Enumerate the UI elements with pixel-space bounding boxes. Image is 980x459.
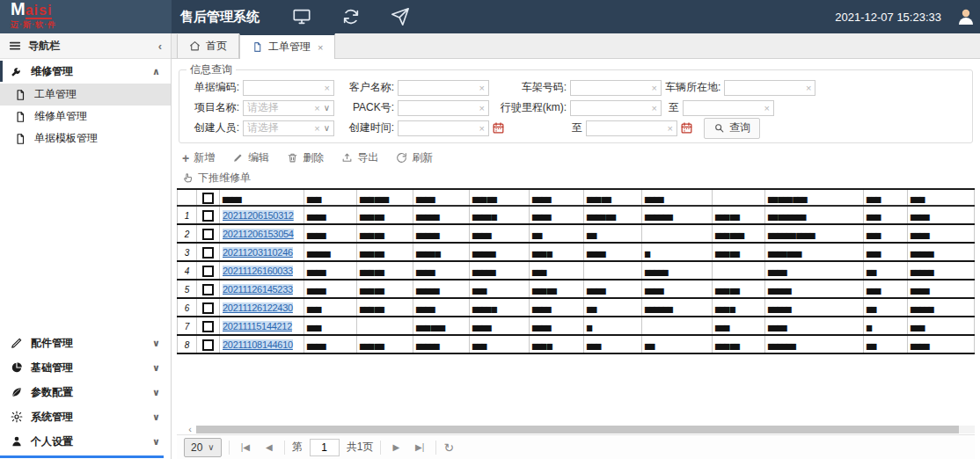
vehicle-location-input[interactable]: × [724, 80, 815, 96]
close-icon[interactable]: × [318, 42, 323, 53]
order-link[interactable]: 20211126145233 [223, 284, 293, 295]
collapse-sidebar-icon[interactable]: ‹ [158, 40, 162, 53]
sidebar-item-work-order-management[interactable]: 工单管理 [0, 84, 171, 106]
mileage-to-input[interactable]: × [683, 100, 774, 116]
user-avatar-icon[interactable] [955, 6, 976, 27]
sidebar-group-system-management[interactable]: 系统管理∨ [0, 404, 171, 429]
create-time-from-input[interactable]: × [398, 120, 489, 136]
delete-button[interactable]: 删除 [287, 150, 324, 165]
clear-icon[interactable]: × [325, 83, 330, 93]
creator-input[interactable]: 请选择×∨ [243, 120, 334, 136]
order-code-input[interactable]: × [243, 80, 334, 96]
table-cell: ▆▆▆▆▆ [470, 261, 530, 280]
scrollbar-track[interactable] [196, 426, 975, 434]
row-checkbox[interactable] [202, 229, 214, 240]
table-row[interactable]: 120211206150312▆▆▆▆▆▆▆ ▆▆▆▆▆▆▆▆▆▆▆ ▆▆▆▆▆… [178, 206, 975, 224]
row-checkbox[interactable] [202, 210, 214, 222]
project-name-field: 项目名称:请选择×∨ [186, 100, 334, 116]
last-page-button[interactable]: ▶| [411, 442, 428, 452]
table-row[interactable]: 720211115144212▆▆▆▆▆▆ ▆▆▆▆▆▆▆▆▆▆▆▆▆▆▆▆▆▆… [178, 317, 975, 335]
redacted-text: ▆▆ ▆▆▆▆▆▆ [768, 213, 805, 221]
pack-no-input[interactable]: × [398, 100, 489, 116]
edit-button[interactable]: 编辑 [232, 150, 269, 165]
table-cell: ▆▆▆ [304, 317, 357, 335]
order-link[interactable]: 20211108144610 [223, 339, 293, 350]
sidebar-header: 导航栏 ‹ [0, 33, 171, 59]
row-checkbox[interactable] [202, 247, 214, 259]
chevron-down-icon[interactable]: ∨ [324, 123, 330, 133]
sidebar-item-document-template-management[interactable]: 单据模板管理 [0, 128, 171, 149]
tab-home[interactable]: 首页 [177, 34, 239, 58]
sidebar-group-parts-management[interactable]: 配件管理∨ [0, 331, 171, 355]
order-link[interactable]: 20211206153054 [223, 229, 294, 239]
redacted-text: ▆▆▆ [867, 250, 880, 258]
redacted-text: ▆▆▆▆ [911, 231, 929, 239]
customer-name-input[interactable]: × [398, 80, 489, 96]
row-checkbox[interactable] [202, 339, 214, 351]
order-link[interactable]: 20211115144212 [223, 321, 292, 332]
add-button[interactable]: +新增 [182, 150, 215, 165]
tab-work-order-management[interactable]: 工单管理× [239, 33, 335, 59]
next-page-button[interactable]: ▶ [388, 442, 404, 452]
redacted-text: ▆▆ [532, 231, 541, 239]
export-button[interactable]: 导出 [341, 150, 378, 165]
refresh-button[interactable]: 刷新 [396, 150, 433, 165]
column-header [713, 189, 765, 206]
table-row[interactable]: 520211126145233▆▆▆▆▆▆▆ ▆▆▆▆▆▆▆▆▆▆▆▆▆ ▆▆▆… [178, 280, 975, 298]
push-repair-order-button[interactable]: 下推维修单 [182, 171, 251, 186]
chevron-down-icon[interactable]: ∨ [324, 103, 330, 113]
row-number-cell: 4 [178, 261, 197, 280]
select-all-header [197, 189, 220, 206]
vin-code-input[interactable]: × [570, 80, 662, 96]
monitor-icon[interactable] [292, 7, 311, 26]
table-row[interactable]: 620211126122430▆▆▆▆▆▆ ▆▆▆▆▆▆▆▆▆▆ ▆▆▆▆▆▆▆… [178, 298, 975, 317]
page-size-select[interactable]: 20∨ [184, 438, 222, 457]
send-icon[interactable] [391, 7, 410, 26]
query-button[interactable]: 查询 [704, 118, 760, 139]
clear-icon[interactable]: × [314, 103, 319, 113]
table-row[interactable]: 220211206153054▆▆▆▆▆▆▆ ▆▆▆▆▆▆▆▆▆▆▆▆▆▆▆▆▆… [178, 224, 975, 243]
prev-page-button[interactable]: ◀ [261, 442, 277, 452]
sidebar-group-repair-management[interactable]: 维修管理∧ [0, 59, 171, 84]
clear-icon[interactable]: × [806, 83, 811, 93]
row-checkbox[interactable] [202, 284, 214, 295]
row-checkbox[interactable] [202, 302, 214, 314]
redacted-text: ▆▆▆ [867, 195, 880, 203]
order-link[interactable]: 20211126122430 [223, 302, 293, 313]
redacted-text: ▆▆▆▆▆▆ ▆▆▆▆ [768, 231, 815, 239]
table-row[interactable]: 320211203110246▆▆▆▆▆▆▆▆ ▆▆▆▆▆▆ ▆▆▆▆▆▆▆▆▆… [178, 243, 975, 261]
clear-icon[interactable]: × [764, 103, 770, 113]
clear-icon[interactable]: × [479, 83, 485, 93]
table-row[interactable]: 820211108144610▆▆▆▆▆▆▆ ▆▆▆▆▆▆▆▆▆▆▆▆▆ ▆▆▆… [178, 335, 975, 353]
order-link[interactable]: 20211126160033 [223, 266, 293, 276]
clear-icon[interactable]: × [652, 83, 657, 93]
row-checkbox[interactable] [202, 321, 214, 332]
sidebar-group-parameter-config[interactable]: 参数配置∨ [0, 380, 171, 404]
clear-icon[interactable]: × [314, 123, 319, 134]
scrollbar-thumb[interactable] [196, 426, 959, 434]
sync-icon[interactable] [341, 7, 361, 26]
current-datetime: 2021-12-07 15:23:33 [835, 11, 941, 24]
clear-icon[interactable]: × [479, 103, 485, 113]
row-checkbox[interactable] [202, 266, 214, 277]
first-page-button[interactable]: |◀ [237, 442, 254, 452]
table-row[interactable]: 420211126160033▆▆▆▆▆▆▆ ▆▆▆▆▆▆▆▆▆▆▆▆▆▆▆▆▆… [178, 261, 975, 280]
create-time-to-input[interactable]: × [586, 120, 677, 136]
mileage-from-input[interactable]: × [570, 100, 662, 116]
project-name-input[interactable]: 请选择×∨ [243, 100, 334, 116]
sidebar-group-personal-settings[interactable]: 个人设置∨ [0, 429, 171, 454]
select-all-checkbox[interactable] [202, 193, 214, 204]
redacted-text: ▆▆ ▆▆▆ ▆▆▆ [768, 195, 807, 203]
sidebar-item-repair-order-management[interactable]: 维修单管理 [0, 106, 171, 128]
clear-icon[interactable]: × [652, 103, 657, 113]
clear-icon[interactable]: × [668, 123, 673, 134]
scroll-left-icon[interactable]: ‹ [184, 425, 196, 434]
redacted-text: ▆▆▆▆ [307, 268, 325, 276]
page-number-input[interactable] [310, 439, 340, 456]
sidebar-group-basic-management[interactable]: 基础管理∨ [0, 355, 171, 380]
order-link[interactable]: 20211206150312 [223, 210, 294, 221]
clear-icon[interactable]: × [479, 123, 485, 134]
redacted-text: ▆▆▆▆▆ [416, 287, 439, 295]
reload-icon[interactable]: ↻ [443, 441, 454, 455]
order-link[interactable]: 20211203110246 [223, 247, 293, 258]
